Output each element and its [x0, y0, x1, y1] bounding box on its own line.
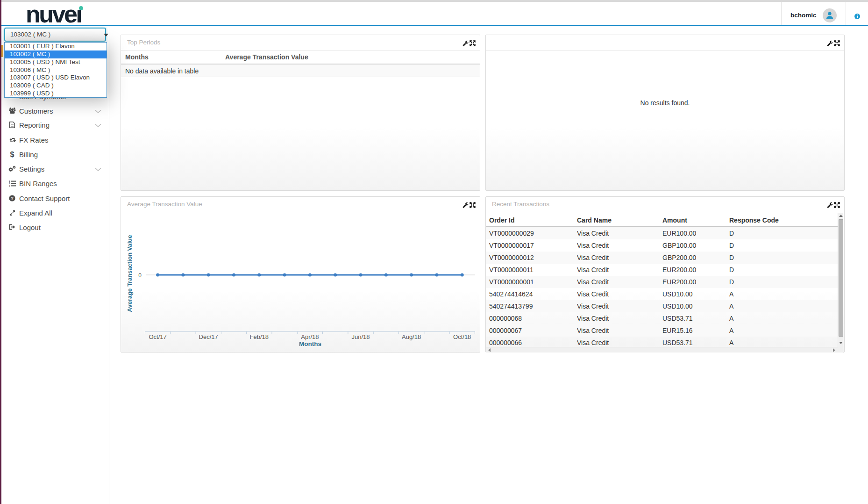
svg-text:0: 0 [138, 272, 142, 279]
svg-text:Apr/18: Apr/18 [301, 333, 319, 340]
svg-text:?: ? [11, 196, 14, 201]
svg-text:Oct/17: Oct/17 [149, 333, 166, 340]
svg-text:3: 3 [9, 185, 10, 187]
svg-text:Feb/18: Feb/18 [250, 333, 269, 340]
svg-text:Jun/18: Jun/18 [351, 333, 370, 340]
svg-text:Aug/18: Aug/18 [402, 333, 421, 340]
svg-text:Months: Months [299, 340, 321, 347]
svg-text:Dec/17: Dec/17 [199, 333, 218, 340]
svg-text:Oct/18: Oct/18 [453, 333, 471, 340]
svg-text:Average Transaction Value: Average Transaction Value [126, 235, 133, 312]
